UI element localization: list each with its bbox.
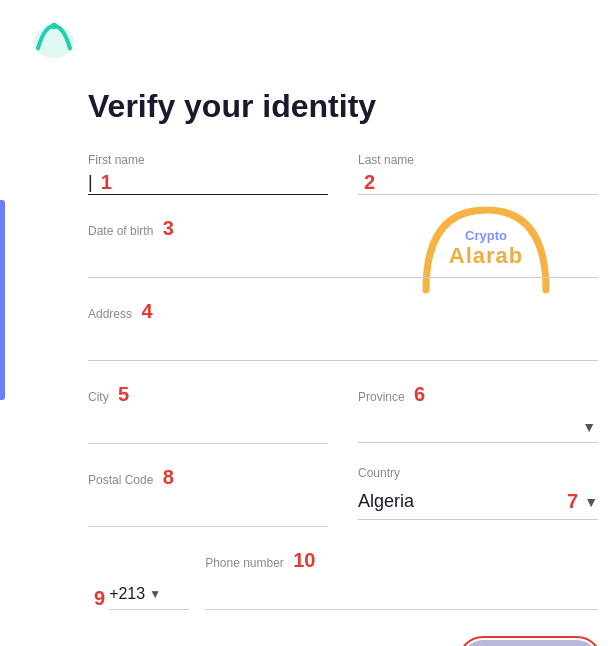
phone-code-value: +213 — [109, 585, 145, 603]
phone-row: 9 +213 ▼ Phone number 10 — [88, 549, 598, 610]
dob-field: Date of birth 3 — [88, 217, 598, 278]
postal-label: Postal Code 8 — [88, 466, 328, 489]
postal-field: Postal Code 8 — [88, 466, 328, 527]
identity-form: First name | 1 Last name 2 Date of birth… — [88, 153, 598, 646]
page-title: Verify your identity — [88, 88, 598, 125]
first-name-field: First name | 1 — [88, 153, 328, 195]
phone-label: Phone number 10 — [205, 549, 598, 572]
province-field: Province 6 ▼ — [358, 383, 598, 444]
city-number: 5 — [118, 383, 129, 405]
continue-row: 11 Continue — [88, 640, 598, 646]
phone-input[interactable] — [205, 576, 598, 610]
address-input[interactable] — [88, 327, 598, 361]
province-select-wrapper: ▼ — [358, 410, 598, 443]
dob-input[interactable] — [88, 244, 598, 278]
country-field: Country Algeria 7 ▼ Algeria — [358, 466, 598, 527]
province-select[interactable] — [358, 410, 598, 443]
postal-number: 8 — [163, 466, 174, 488]
last-name-field: Last name 2 — [358, 153, 598, 195]
country-label: Country — [358, 466, 598, 480]
city-label: City 5 — [88, 383, 328, 406]
phone-number-label-number: 10 — [293, 549, 315, 571]
city-field: City 5 — [88, 383, 328, 444]
dob-number: 3 — [163, 217, 174, 239]
address-label: Address 4 — [88, 300, 598, 323]
city-input[interactable] — [88, 410, 328, 444]
continue-button[interactable]: Continue — [462, 640, 598, 646]
country-select-wrapper: Algeria 7 ▼ Algeria — [358, 484, 598, 520]
first-name-input[interactable] — [112, 172, 328, 193]
last-name-number: 2 — [364, 171, 375, 194]
first-name-label: First name — [88, 153, 328, 167]
phone-code-number: 9 — [94, 587, 105, 610]
last-name-label: Last name — [358, 153, 598, 167]
main-container: Verify your identity First name | 1 Last… — [88, 88, 598, 646]
phone-code-chevron-icon: ▼ — [149, 587, 161, 601]
first-name-number: 1 — [101, 171, 112, 194]
phone-code-selector[interactable]: +213 ▼ — [109, 585, 189, 610]
dob-label: Date of birth 3 — [88, 217, 598, 240]
logo — [30, 18, 78, 70]
svg-point-1 — [51, 23, 57, 29]
province-label: Province 6 — [358, 383, 598, 406]
postal-input[interactable] — [88, 493, 328, 527]
address-field: Address 4 — [88, 300, 598, 361]
phone-number-field: Phone number 10 — [205, 549, 598, 610]
province-number: 6 — [414, 383, 425, 405]
address-number: 4 — [141, 300, 152, 322]
left-accent-bar — [0, 200, 5, 400]
last-name-input[interactable] — [375, 172, 598, 193]
